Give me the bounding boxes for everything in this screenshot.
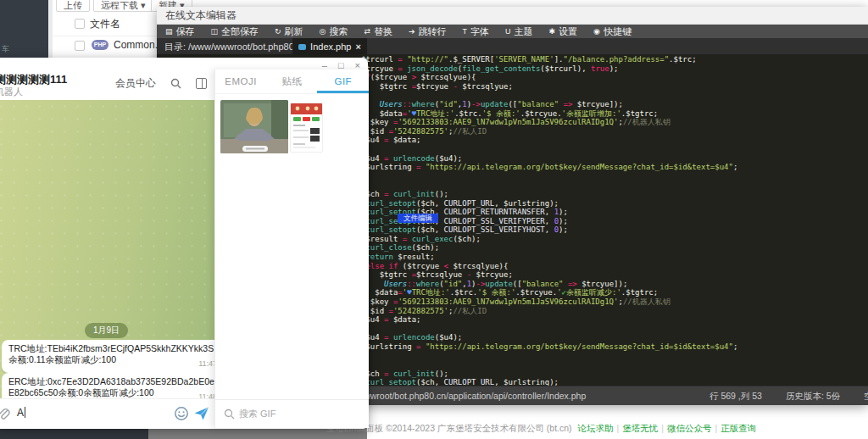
code-line xyxy=(361,352,737,361)
code-line: if($trcyue > $trcsqlyue){ xyxy=(361,73,737,82)
refresh-icon: ↻ xyxy=(275,27,281,36)
search-icon[interactable] xyxy=(170,78,181,89)
fm-button-upload[interactable]: 上传 xyxy=(56,0,90,12)
code-line: $data='♥TRC地址:'.$trc.'$ 余额:'.$trcyue.'余额… xyxy=(361,109,737,119)
code-line xyxy=(361,172,737,181)
chat-message[interactable]: ERC地址:0xc7Ee3D2DA6318ab3735E92BDa2bE0eE8… xyxy=(2,373,224,398)
code-line xyxy=(361,91,737,100)
tab-贴纸[interactable]: 贴纸 xyxy=(266,69,317,93)
code-line: $tgtrc =$trcsqlyue - $trcyue; xyxy=(361,270,737,280)
code-line: $ch = curl_init(); xyxy=(361,190,737,199)
bt-sidebar-item-label: 车 xyxy=(2,44,9,55)
toolbar-button-shortcuts[interactable]: ◉快捷键 xyxy=(593,25,632,38)
code-line: $trcurl = "http://".$_SERVER['SERVER_NAM… xyxy=(361,55,737,64)
gif-search-bar[interactable]: 搜索 GIF xyxy=(215,399,369,429)
tab-index-php[interactable]: Index.php × xyxy=(292,38,367,55)
select-all-checkbox[interactable] xyxy=(75,19,85,29)
status-item-2: 空格: 4 xyxy=(864,386,868,405)
php-file-icon: PHP xyxy=(92,40,108,50)
tab-close-icon[interactable]: × xyxy=(355,42,360,52)
toolbar-label: 设置 xyxy=(559,25,577,38)
screen: 车 上传远程下载 ▾新建 ▾ 文件名 PHP Common.php 在线文本编辑… xyxy=(0,0,868,439)
code-line: Users::where("id",1)->update(["balance" … xyxy=(361,280,737,289)
code-line: $u4 = urlencode($u4); xyxy=(361,154,737,164)
footer-link-3[interactable]: 正版查询 xyxy=(721,423,756,433)
ime-selection-overlay: 文件编辑 xyxy=(398,214,438,223)
footer-link-2[interactable]: 微信公众号 xyxy=(667,423,712,433)
gif-search-placeholder: 搜索 GIF xyxy=(239,408,275,420)
toolbar-button-search[interactable]: ◎搜索 xyxy=(320,25,348,38)
blue-heart-emoji: ♥ xyxy=(412,109,416,118)
gif-picker-tabs: EMOJI贴纸GIF xyxy=(215,69,369,94)
tab-label: Index.php xyxy=(310,42,351,52)
code-line xyxy=(361,145,737,154)
toolbar-button-theme[interactable]: U主题 xyxy=(505,25,533,38)
code-line: curl_close($ch); xyxy=(361,243,737,253)
code-line: $key ='5692133803:AAE9_lN7wdw1pVn5m1JaSV… xyxy=(361,297,737,307)
code-line: curl_setopt($ch, CURLOPT_SSL_VERIFYHOST,… xyxy=(361,225,737,235)
save-all-icon: ◫ xyxy=(211,27,219,36)
code-line: Users::where("id",1)->update(["balance" … xyxy=(361,100,737,109)
tab-emoji[interactable]: EMOJI xyxy=(215,69,266,93)
dimmed-sidebar-strip xyxy=(0,428,148,439)
code-line: $ch = curl_init(); xyxy=(361,370,737,379)
file-type-icon xyxy=(298,44,306,50)
message-text: ERC地址:0xc7Ee3D2DA6318ab3735E92BDa2bE0eE8… xyxy=(8,376,214,397)
message-text: TRC地址:TEbi4iK2fbsm3rECjfQAP5SkkhZKKYkk3S… xyxy=(8,343,214,364)
row-checkbox[interactable] xyxy=(75,41,85,51)
footer-link-0[interactable]: 论坛求助 xyxy=(577,423,613,433)
tab-gif[interactable]: GIF xyxy=(318,69,369,93)
code-line xyxy=(361,181,737,190)
shortcuts-icon: ◉ xyxy=(593,27,600,36)
toolbar-button-font[interactable]: T字体 xyxy=(463,25,490,38)
bt-sidebar: 车 xyxy=(0,0,48,59)
replace-icon: ⇄ xyxy=(364,27,370,36)
toolbar-button-replace[interactable]: ⇄替换 xyxy=(364,25,392,38)
code-line: $id ='5242882575';//私人ID xyxy=(361,307,737,316)
status-right-group: 行 569 ,列 53历史版本: 5份空格: 4编码: utf-8 xyxy=(709,386,868,405)
toolbar-button-save[interactable]: ▤保存 xyxy=(165,25,195,38)
status-item-0: 行 569 ,列 53 xyxy=(709,386,762,405)
toolbar-button-goto-line[interactable]: ➔跳转行 xyxy=(409,25,447,38)
font-icon: T xyxy=(463,27,468,36)
theme-icon: U xyxy=(505,27,511,36)
toolbar-label: 刷新 xyxy=(285,25,303,38)
toolbar-button-save-all[interactable]: ◫全部保存 xyxy=(211,25,259,38)
footer-link-1[interactable]: 堡塔无忧 xyxy=(622,423,658,433)
toolbar-label: 字体 xyxy=(470,25,489,38)
code-line xyxy=(361,325,737,334)
telegram-chat-window: –□× 测测测测测111 机器人 会员中心 ⋮ 1月9日 TRC地址:TEbi4… xyxy=(0,58,368,428)
toolbar-button-refresh[interactable]: ↻刷新 xyxy=(275,25,303,38)
chat-message[interactable]: TRC地址:TEbi4iK2fbsm3rECjfQAP5SkkhZKKYkk3S… xyxy=(2,340,224,373)
editor-dialog-title: 在线文本编辑器 xyxy=(157,7,868,25)
sidebar-toggle-icon[interactable] xyxy=(196,78,207,89)
toolbar-button-settings[interactable]: ✱设置 xyxy=(549,25,578,38)
gif-search-icon xyxy=(224,408,235,420)
message-input[interactable]: A xyxy=(17,407,25,419)
date-chip: 1月9日 xyxy=(85,323,128,338)
code-line: $u4 = urlencode($u4); xyxy=(361,333,737,342)
code-line xyxy=(361,360,737,370)
code-line: $u4 = $data; xyxy=(361,136,737,145)
save-icon: ▤ xyxy=(165,27,173,36)
fm-button-remote-download[interactable]: 远程下载 ▾ xyxy=(93,0,153,12)
emoji-icon[interactable] xyxy=(174,406,189,421)
gif-picker-panel: EMOJI贴纸GIF xyxy=(214,69,369,428)
column-header-filename: 文件名 xyxy=(90,17,120,31)
gif-thumbnail-2[interactable] xyxy=(290,103,323,153)
blue-heart-emoji: ♥ xyxy=(407,288,411,297)
toolbar-label: 替换 xyxy=(374,25,392,38)
toolbar-label: 主题 xyxy=(515,25,533,38)
chat-subtitle: 机器人 xyxy=(0,86,23,98)
bt-panel-footer: 宝塔Linux面板 ©2014-2023 广东堡塔安全技术有限公司 (bt.cn… xyxy=(326,423,760,435)
attach-icon[interactable] xyxy=(0,407,11,421)
member-center-button[interactable]: 会员中心 xyxy=(115,76,156,91)
send-icon[interactable] xyxy=(193,405,210,422)
toolbar-label: 全部保存 xyxy=(221,25,259,38)
footer-separator: | xyxy=(661,423,664,433)
toolbar-label: 保存 xyxy=(176,25,195,38)
status-file-path: /www/wwwroot/bot.php80.cn/application/ap… xyxy=(333,386,586,405)
toolbar-label: 跳转行 xyxy=(419,25,447,38)
code-line: }else if ($trcyue < $trcsqlyue){ xyxy=(361,262,737,271)
gif-thumbnail-1[interactable] xyxy=(220,100,288,153)
